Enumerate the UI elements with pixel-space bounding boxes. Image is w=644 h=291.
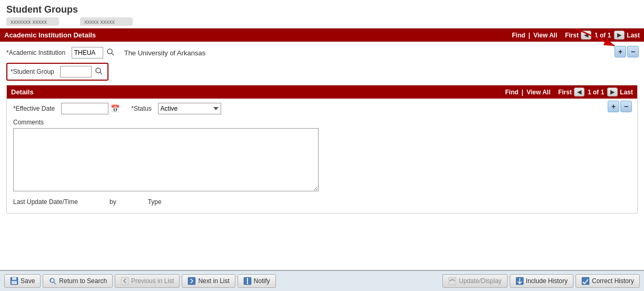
page-title: Student Groups [6,4,638,15]
details-view-all-link[interactable]: View All [527,89,550,96]
search-icon [106,48,115,56]
notify-icon [243,277,252,285]
update-display-icon [448,277,457,285]
previous-icon [121,277,129,285]
student-group-row: *Student Group [6,63,638,81]
previous-in-list-button[interactable]: Previous in List [115,274,180,288]
details-add-remove: + − [608,101,632,112]
institution-name: The University of Arkansas [124,49,206,57]
effective-date-input[interactable] [61,103,108,114]
notify-label: Notify [254,277,270,285]
status-label: *Status [131,105,152,112]
academic-section-nav: Find | View All First ◀ 1 of 1 ▶ Last [512,31,640,40]
academic-section-body: + − *Academic Institution The University… [0,42,644,219]
update-display-label: Update/Display [459,277,501,285]
student-group-search-btn[interactable] [94,67,104,77]
svg-point-4 [96,68,101,73]
details-body: + − *Effective Date 📅 *Status Acti [7,99,637,213]
breadcrumb-1: xxxxxxx xxxxx [6,17,59,26]
details-last-label: Last [620,89,633,96]
academic-section-title: Academic Institution Details [4,31,96,39]
svg-rect-11 [121,277,128,285]
breadcrumb-row: xxxxxxx xxxxx xxxxx xxxxx [6,17,638,26]
student-group-input[interactable] [60,66,92,77]
next-icon [187,277,196,285]
previous-in-list-label: Previous in List [131,277,174,285]
next-in-list-button[interactable]: Next in List [182,274,235,288]
institution-row: *Academic Institution The University of … [6,47,638,59]
footer-right: Update/Display Include History Correct H… [442,274,640,288]
calendar-icon[interactable]: 📅 [111,104,120,113]
academic-section-header: Academic Institution Details Find | View… [0,28,644,42]
by-label: by [110,198,116,206]
update-display-button[interactable]: Update/Display [442,274,507,288]
last-update-label: Last Update Date/Time [13,198,78,206]
save-button[interactable]: Save [4,274,41,288]
include-history-icon [516,277,524,285]
comments-textarea[interactable] [13,128,319,191]
correct-history-icon [581,277,590,285]
details-nav-separator: | [522,89,523,96]
status-dropdown[interactable]: ActiveInactive [158,103,221,114]
svg-line-3 [112,53,114,55]
type-label: Type [148,198,162,206]
academic-add-btn[interactable]: + [615,46,626,57]
svg-rect-8 [12,281,17,284]
details-add-btn[interactable]: + [608,101,619,112]
academic-view-all-link[interactable]: View All [533,32,557,39]
comments-section: Comments [13,119,631,193]
effective-date-label: *Effective Date [13,105,55,112]
details-next-btn[interactable]: ▶ [607,88,618,96]
academic-first-label: First [565,32,579,39]
return-to-search-button[interactable]: Return to Search [43,274,113,288]
institution-input[interactable] [72,47,103,59]
effective-date-row: *Effective Date 📅 *Status ActiveInactive [13,103,631,114]
academic-last-label: Last [627,32,640,39]
save-label: Save [21,277,35,285]
correct-history-button[interactable]: Correct History [576,274,640,288]
details-first-label: First [558,89,572,96]
details-page-info: 1 of 1 [588,89,604,96]
include-history-button[interactable]: Include History [510,274,573,288]
details-section-header: Details Find | View All First ◀ 1 of 1 ▶… [7,85,637,99]
svg-line-10 [54,282,56,284]
svg-line-5 [100,72,102,74]
include-history-label: Include History [526,277,568,285]
next-in-list-label: Next in List [198,277,229,285]
main-content: Academic Institution Details Find | View… [0,28,644,270]
student-group-highlighted: *Student Group [6,63,108,81]
details-section-title: Details [11,88,34,96]
nav-separator-1: | [529,32,530,39]
svg-point-9 [50,278,54,283]
breadcrumb-2: xxxxx xxxxx [80,17,133,26]
comments-label: Comments [13,119,631,126]
svg-rect-12 [188,277,195,285]
correct-history-label: Correct History [592,277,634,285]
page-wrapper: Student Groups xxxxxxx xxxxx xxxxx xxxxx… [0,0,644,291]
svg-point-2 [107,49,112,54]
institution-label: *Academic Institution [6,49,65,56]
details-section-nav: Find | View All First ◀ 1 of 1 ▶ Last [505,88,633,96]
academic-prev-btn[interactable]: ◀ [581,31,591,40]
institution-search-btn[interactable] [105,48,116,58]
details-remove-btn[interactable]: − [620,101,632,112]
svg-rect-16 [582,277,589,285]
metadata-row: Last Update Date/Time by Type [13,198,631,209]
page-header: Student Groups xxxxxxx xxxxx xxxxx xxxxx [0,0,644,28]
details-find-link[interactable]: Find [505,89,518,96]
academic-find-link[interactable]: Find [512,32,525,39]
academic-next-btn[interactable]: ▶ [614,31,625,40]
return-to-search-label: Return to Search [59,277,107,285]
search-icon-2 [95,67,103,75]
svg-rect-7 [12,277,16,280]
academic-add-remove: + − [615,46,639,57]
academic-page-info: 1 of 1 [595,32,611,39]
notify-button[interactable]: Notify [237,274,276,288]
student-group-label: *Student Group [11,68,54,75]
details-prev-btn[interactable]: ◀ [574,88,584,96]
academic-remove-btn[interactable]: − [627,46,639,57]
return-search-icon [48,277,57,285]
details-section: Details Find | View All First ◀ 1 of 1 ▶… [6,85,638,214]
page-footer: Save Return to Search Previous in List [0,270,644,291]
save-icon [10,277,18,285]
